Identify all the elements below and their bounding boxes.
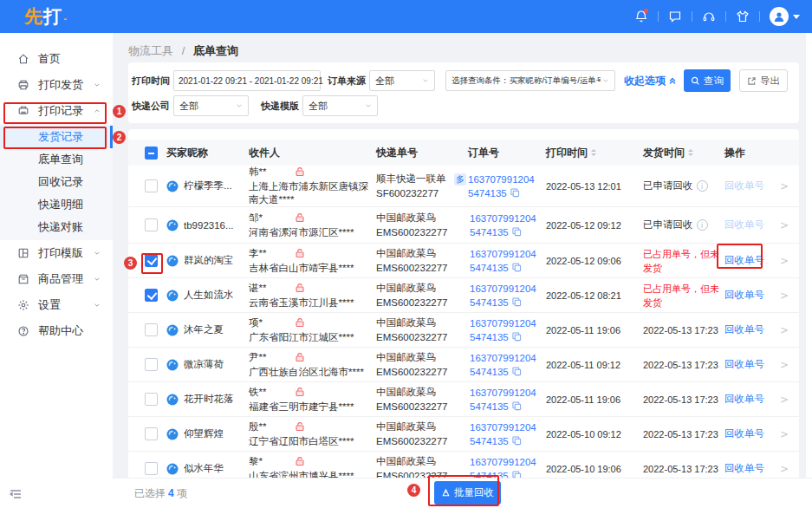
courier-template-select[interactable]: 全部 <box>302 95 378 116</box>
tracking-number: 中国邮政菜鸟EMS600232277 <box>376 385 454 414</box>
recall-number-link[interactable]: 回收单号 <box>724 290 764 300</box>
ship-time: 2022-05-13 17:23 <box>643 360 724 370</box>
sidebar-collapse-icon[interactable] <box>9 487 23 501</box>
annotation-box-1 <box>3 102 107 124</box>
row-checkbox[interactable] <box>145 218 158 231</box>
row-checkbox[interactable] <box>145 393 158 406</box>
row-expand-chevron[interactable]: > <box>770 428 799 440</box>
info-icon[interactable]: i <box>697 219 708 231</box>
copy-icon[interactable] <box>512 227 522 237</box>
recipient-address: 吉林省白山市靖宇县**** <box>249 262 373 275</box>
recall-number-link[interactable]: 回收单号 <box>724 180 764 191</box>
sidebar-subitem[interactable]: 快递对账 <box>0 216 113 238</box>
row-checkbox[interactable] <box>145 179 158 192</box>
row-expand-chevron[interactable]: > <box>770 255 799 267</box>
table-header-row: 买家昵称 收件人 快递单号 订单号 打印时间 发货时间 操作 <box>128 140 799 166</box>
order-source-select[interactable]: 全部 <box>369 70 435 91</box>
table-row: 仰望辉煌殷**辽宁省辽阳市白塔区****中国邮政菜鸟EMS60023227716… <box>128 417 799 452</box>
sort-icon[interactable] <box>688 149 693 156</box>
order-number-link[interactable]: 1637079912045474135 <box>470 420 536 448</box>
row-checkbox[interactable] <box>145 462 158 475</box>
order-number-link[interactable]: 1637079912045474135 <box>470 212 536 239</box>
user-avatar[interactable] <box>770 7 800 26</box>
sidebar-item-5[interactable]: 设置 <box>0 292 113 318</box>
sidebar-item-4[interactable]: 商品管理 <box>0 266 113 292</box>
copy-icon[interactable] <box>512 297 522 307</box>
tshirt-icon[interactable] <box>736 10 750 23</box>
table-row: 人生如流水谌**云南省玉溪市江川县****中国邮政菜鸟EMS6002322771… <box>128 278 799 313</box>
row-expand-chevron[interactable]: > <box>770 290 799 302</box>
wangwang-icon <box>166 428 179 440</box>
scrollbar-track[interactable] <box>806 33 812 508</box>
order-number-link[interactable]: 1637079912045474135 <box>468 173 535 200</box>
topbar: 先打- <box>0 0 812 33</box>
wangwang-icon <box>166 219 179 231</box>
copy-icon[interactable] <box>512 401 522 411</box>
print-time-header[interactable]: 打印时间 <box>546 146 643 160</box>
row-checkbox[interactable] <box>145 427 158 440</box>
search-button[interactable]: 查询 <box>684 69 731 92</box>
annotation-box-4 <box>428 475 499 506</box>
recall-number-link[interactable]: 回收单号 <box>724 428 764 439</box>
buyer-nickname: 群岚的淘宝 <box>184 254 234 267</box>
copy-icon[interactable] <box>512 332 522 342</box>
recall-number-link[interactable]: 回收单号 <box>724 219 764 230</box>
print-time: 2022-05-12 09:06 <box>546 256 643 266</box>
sidebar-item-0[interactable]: 首页 <box>0 46 113 72</box>
sidebar-subitem[interactable]: 快递明细 <box>0 193 113 216</box>
recipient-name: 项* <box>249 316 263 329</box>
annotation-step-4: 4 <box>407 484 420 497</box>
sidebar-item-1[interactable]: 打印发货 <box>0 72 113 98</box>
order-number-link[interactable]: 1637079912045474135 <box>470 247 536 275</box>
chat-icon[interactable] <box>668 10 682 23</box>
courier-company-select[interactable]: 全部 <box>173 95 249 116</box>
copy-icon[interactable] <box>512 367 522 376</box>
copy-icon[interactable] <box>510 188 520 198</box>
row-expand-chevron[interactable]: > <box>770 463 799 475</box>
print-time: 2022-05-12 08:21 <box>546 290 643 301</box>
sidebar-subitem[interactable]: 回收记录 <box>0 171 113 193</box>
recall-number-link[interactable]: 回收单号 <box>724 394 764 404</box>
sort-icon[interactable] <box>591 149 596 156</box>
print-time-range-input[interactable]: 2021-01-22 09:21 - 2021-01-22 09:21 <box>173 70 321 91</box>
breadcrumb-parent[interactable]: 物流工具 <box>128 44 173 57</box>
sidebar-item-3[interactable]: 打印模版 <box>0 240 113 266</box>
info-icon[interactable]: i <box>697 180 708 192</box>
breadcrumb-current: 底单查询 <box>193 44 238 57</box>
order-number-link[interactable]: 1637079912045474135 <box>470 386 536 414</box>
export-button[interactable]: 导出 <box>739 69 788 92</box>
row-checkbox[interactable] <box>145 358 158 371</box>
copy-icon[interactable] <box>512 263 522 272</box>
sidebar-subitem[interactable]: 底单查询 <box>0 148 113 171</box>
ship-time-header[interactable]: 发货时间 <box>643 146 724 160</box>
wangwang-icon <box>166 180 179 192</box>
row-expand-chevron[interactable]: > <box>770 394 799 406</box>
buyer-nickname: 人生如流水 <box>184 289 234 302</box>
notification-bell-icon[interactable] <box>634 10 648 23</box>
ship-time: 2022-05-13 17:23 <box>643 394 724 405</box>
recall-number-link[interactable]: 回收单号 <box>724 324 764 335</box>
app-logo: 先打- <box>24 4 68 29</box>
row-expand-chevron[interactable]: > <box>770 219 799 231</box>
row-checkbox[interactable] <box>145 289 158 302</box>
privacy-lock-icon <box>295 456 305 466</box>
row-checkbox[interactable] <box>145 323 158 336</box>
row-expand-chevron[interactable]: > <box>770 180 799 192</box>
query-condition-select[interactable]: 选择查询条件：买家昵称/订单编号/运单号/... <box>445 70 615 91</box>
order-number-link[interactable]: 1637079912045474135 <box>470 316 536 344</box>
row-expand-chevron[interactable]: > <box>770 359 799 371</box>
copy-icon[interactable] <box>512 436 522 446</box>
row-expand-chevron[interactable]: > <box>770 324 799 336</box>
sidebar-item-6[interactable]: 帮助中心 <box>0 318 113 344</box>
recall-number-link[interactable]: 回收单号 <box>724 463 764 473</box>
recall-number-link[interactable]: 回收单号 <box>724 359 764 369</box>
courier-company-label: 快递公司 <box>132 100 170 113</box>
wangwang-icon <box>166 290 179 302</box>
headset-icon[interactable] <box>702 10 716 23</box>
select-all-checkbox[interactable] <box>145 147 158 160</box>
wangwang-icon <box>166 359 179 371</box>
collapse-options-link[interactable]: 收起选项 <box>624 74 677 88</box>
order-number-link[interactable]: 1637079912045474135 <box>470 351 536 379</box>
order-number-link[interactable]: 1637079912045474135 <box>470 282 536 309</box>
recipient-name: 殷** <box>249 420 266 433</box>
